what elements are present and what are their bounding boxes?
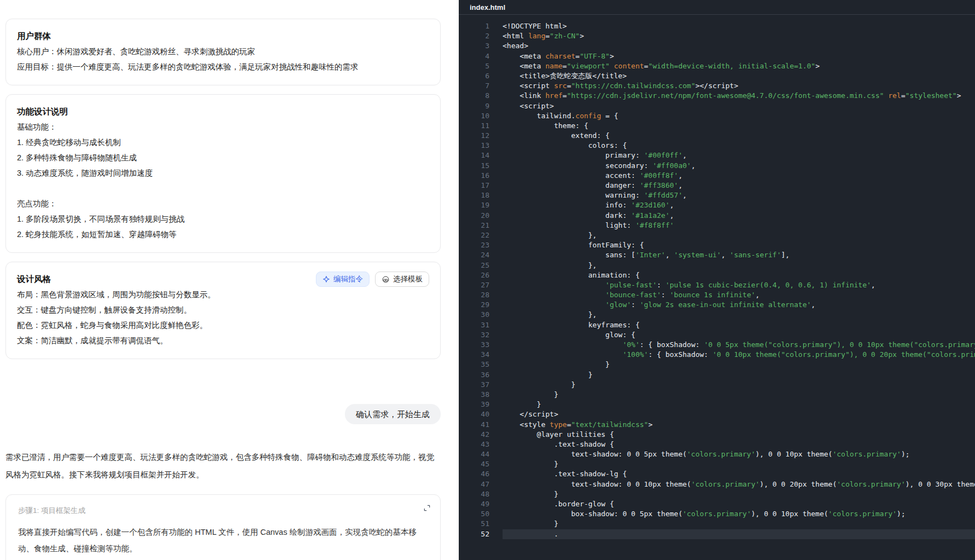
- code-line: 11 theme: {: [459, 121, 975, 131]
- code-area[interactable]: 1<!DOCTYPE html>2<html lang="zh-CN">3<he…: [459, 15, 975, 560]
- line-number: 12: [459, 131, 489, 141]
- code-line: 38 }: [459, 390, 975, 400]
- line-number: 40: [459, 409, 489, 419]
- card-text-line: 2. 蛇身技能系统，如短暂加速、穿越障碍物等: [17, 227, 429, 242]
- line-number: 5: [459, 61, 489, 71]
- card-text-line: 核心用户：休闲游戏爱好者、贪吃蛇游戏粉丝、寻求刺激挑战的玩家: [17, 44, 429, 59]
- line-number: 1: [459, 21, 489, 31]
- line-number: 50: [459, 509, 489, 519]
- code-line: 29 'glow': 'glow 2s ease-in-out infinite…: [459, 300, 975, 310]
- code-line: 52 .: [459, 529, 975, 539]
- code-line-content: .text-shadow-lg {: [503, 469, 975, 479]
- code-line: 16 accent: '#00ff8f',: [459, 171, 975, 181]
- code-line: 15 secondary: '#ff00a0',: [459, 161, 975, 171]
- code-line: 10 tailwind.config = {: [459, 111, 975, 121]
- edit-instruction-label: 编辑指令: [333, 274, 363, 284]
- code-line: 26 animation: {: [459, 270, 975, 280]
- code-line-content: <html lang="zh-CN">: [503, 31, 975, 41]
- line-number: 6: [459, 71, 489, 81]
- code-line: 22 },: [459, 230, 975, 240]
- code-line: 42 @layer utilities {: [459, 430, 975, 440]
- line-number: 10: [459, 111, 489, 121]
- code-line: 46 .text-shadow-lg {: [459, 469, 975, 479]
- card-title: 用户群体: [17, 28, 429, 44]
- code-line: 36 }: [459, 370, 975, 380]
- card-text-line: 应用目标：提供一个难度更高、玩法更多样的贪吃蛇游戏体验，满足玩家对挑战性和趣味性…: [17, 59, 429, 74]
- card-text-line: [17, 181, 429, 196]
- line-number: 26: [459, 270, 489, 280]
- code-line-content: @layer utilities {: [503, 430, 975, 440]
- line-number: 33: [459, 340, 489, 350]
- card-text-line: 亮点功能：: [17, 196, 429, 211]
- user-message-row: 确认需求，开始生成: [5, 404, 441, 424]
- code-line-content: fontFamily: {: [503, 240, 975, 250]
- line-number: 31: [459, 320, 489, 330]
- code-line-content: colors: {: [503, 141, 975, 151]
- code-line-content: }: [503, 400, 975, 409]
- code-line: 3<head>: [459, 41, 975, 51]
- code-line: 7 <script src="https://cdn.tailwindcss.c…: [459, 81, 975, 91]
- line-number: 43: [459, 440, 489, 449]
- code-line-content: text-shadow: 0 0 5px theme('colors.prima…: [503, 449, 975, 459]
- code-line: 18 warning: '#ffdd57',: [459, 190, 975, 200]
- line-number: 37: [459, 380, 489, 390]
- line-number: 16: [459, 171, 489, 181]
- code-line: 14 primary: '#00f0ff',: [459, 151, 975, 160]
- assistant-message: 需求已澄清，用户需要一个难度更高、玩法更多样的贪吃蛇游戏，包含多种特殊食物、障碍…: [5, 448, 441, 483]
- line-number: 13: [459, 141, 489, 151]
- line-number: 25: [459, 261, 489, 270]
- code-line-content: keyframes: {: [503, 320, 975, 330]
- code-line: 4 <meta charset="UTF-8">: [459, 51, 975, 61]
- line-number: 8: [459, 91, 489, 101]
- card-text-line: 2. 多种特殊食物与障碍物随机生成: [17, 150, 429, 165]
- code-line-content: warning: '#ffdd57',: [503, 190, 975, 200]
- code-line-content: '0%': { boxShadow: '0 0 5px theme("color…: [503, 340, 975, 350]
- code-line-content: }: [503, 489, 975, 499]
- code-line-content: <script>: [503, 101, 975, 111]
- code-line: 21 light: '#f8f8ff': [459, 221, 975, 230]
- code-line: 25 },: [459, 261, 975, 270]
- code-line-content: }: [503, 519, 975, 529]
- expand-icon[interactable]: [423, 504, 431, 515]
- code-line: 30 },: [459, 310, 975, 320]
- code-line-content: },: [503, 261, 975, 270]
- line-number: 35: [459, 360, 489, 370]
- line-number: 39: [459, 400, 489, 409]
- edit-instruction-button[interactable]: 编辑指令: [316, 272, 370, 287]
- code-line: 41 <style type="text/tailwindcss">: [459, 420, 975, 430]
- code-line: 34 '100%': { boxShadow: '0 0 10px theme(…: [459, 350, 975, 360]
- code-line-content: accent: '#00ff8f',: [503, 171, 975, 181]
- line-number: 2: [459, 31, 489, 41]
- line-number: 27: [459, 280, 489, 290]
- code-line: 32 glow: {: [459, 330, 975, 340]
- code-line-content: light: '#f8f8ff': [503, 221, 975, 230]
- code-line: 19 info: '#23d160',: [459, 200, 975, 210]
- line-number: 38: [459, 390, 489, 400]
- user-message-bubble: 确认需求，开始生成: [345, 404, 441, 424]
- code-line: 35 }: [459, 360, 975, 370]
- code-line: 27 'pulse-fast': 'pulse 1s cubic-bezier(…: [459, 280, 975, 290]
- line-number: 22: [459, 230, 489, 240]
- chat-panel: 用户群体 核心用户：休闲游戏爱好者、贪吃蛇游戏粉丝、寻求刺激挑战的玩家应用目标：…: [0, 0, 459, 560]
- line-number: 4: [459, 51, 489, 61]
- code-line-content: extend: {: [503, 131, 975, 141]
- code-line: 51 }: [459, 519, 975, 529]
- editor-header: index.html: [459, 0, 975, 15]
- code-line: 6 <title>贪吃蛇变态版</title>: [459, 71, 975, 81]
- code-line: 45 }: [459, 459, 975, 469]
- code-line: 20 dark: '#1a1a2e',: [459, 211, 975, 221]
- line-number: 34: [459, 350, 489, 360]
- code-line: 31 keyframes: {: [459, 320, 975, 330]
- code-line-content: 'glow': 'glow 2s ease-in-out infinite al…: [503, 300, 975, 310]
- code-line: 43 .text-shadow {: [459, 440, 975, 449]
- line-number: 11: [459, 121, 489, 131]
- select-template-button[interactable]: 选择模板: [375, 272, 429, 287]
- code-line: 1<!DOCTYPE html>: [459, 21, 975, 31]
- code-line-content: <head>: [503, 41, 975, 51]
- line-number: 46: [459, 469, 489, 479]
- card-text-line: 交互：键盘方向键控制，触屏设备支持滑动控制。: [17, 302, 429, 317]
- code-line-content: <title>贪吃蛇变态版</title>: [503, 71, 975, 81]
- line-number: 42: [459, 430, 489, 440]
- line-number: 36: [459, 370, 489, 380]
- code-line-content: primary: '#00f0ff',: [503, 151, 975, 160]
